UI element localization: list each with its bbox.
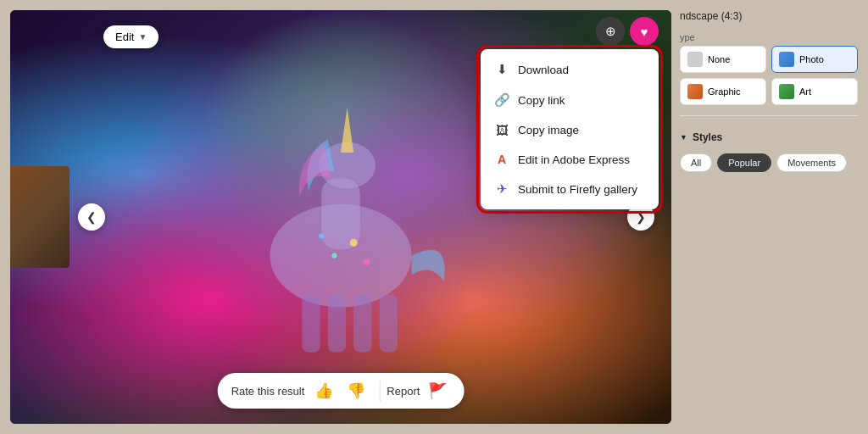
rate-label: Rate this result	[231, 385, 305, 398]
styles-header: ▼ Styles	[680, 131, 858, 143]
nav-arrow-left[interactable]: ❮	[78, 203, 105, 231]
style-tab-movements[interactable]: Movements	[776, 153, 847, 172]
heart-button[interactable]: ♥	[630, 17, 659, 46]
adobe-icon: A	[494, 153, 509, 166]
report-button[interactable]: 🚩	[425, 380, 450, 402]
copy-image-item[interactable]: 🖼 Copy image	[481, 115, 659, 145]
content-type-grid: None Photo Graphic Art	[680, 46, 858, 105]
main-container: Edit ▼ ❮ ❯ Rate this result 👍 👎 Report 🚩	[0, 0, 868, 434]
type-section: ype None Photo Graphic Art	[680, 29, 858, 105]
svg-rect-6	[353, 294, 371, 352]
thumbs-up-icon: 👍	[314, 382, 333, 399]
photo-label: Photo	[799, 54, 824, 64]
left-arrow-icon: ❮	[86, 210, 97, 224]
copy-image-label: Copy image	[518, 124, 579, 136]
styles-title: Styles	[693, 131, 722, 143]
copy-link-item[interactable]: 🔗 Copy link	[481, 85, 659, 115]
svg-point-9	[331, 253, 337, 259]
style-tabs: All Popular Movements	[680, 153, 858, 172]
svg-marker-3	[341, 108, 353, 153]
content-type-photo[interactable]: Photo	[771, 46, 858, 73]
image-section: Edit ▼ ❮ ❯ Rate this result 👍 👎 Report 🚩	[10, 10, 671, 424]
edit-adobe-label: Edit in Adobe Express	[518, 153, 630, 166]
svg-rect-5	[328, 294, 346, 352]
art-dot	[779, 84, 794, 99]
share-icon: ⊕	[605, 24, 616, 39]
svg-rect-7	[380, 294, 398, 352]
download-icon: ⬇	[494, 62, 509, 77]
content-type-none[interactable]: None	[680, 46, 766, 73]
firefly-gallery-item[interactable]: ✈ Submit to Firefly gallery	[481, 174, 659, 204]
edit-button[interactable]: Edit ▼	[103, 25, 159, 48]
dropdown-trigger-row: ⊕ ♥	[481, 17, 659, 46]
none-dot	[687, 52, 703, 67]
type-label: ype	[680, 32, 858, 42]
photo-dot	[779, 52, 794, 67]
flag-icon: 🚩	[428, 382, 447, 399]
download-label: Download	[518, 64, 569, 76]
report-section: Report 🚩	[379, 380, 450, 402]
thumbs-down-button[interactable]: 👎	[343, 380, 369, 402]
style-tab-all[interactable]: All	[680, 153, 712, 172]
image-icon: 🖼	[494, 123, 509, 137]
dropdown-container: ⊕ ♥ ⬇ Download 🔗 Copy link 🖼 Copy image	[481, 17, 659, 209]
bottom-bar: Rate this result 👍 👎 Report 🚩	[218, 373, 465, 409]
content-type-graphic[interactable]: Graphic	[680, 78, 766, 105]
firefly-icon: ✈	[494, 181, 509, 197]
firefly-gallery-label: Submit to Firefly gallery	[518, 183, 637, 196]
svg-point-11	[319, 234, 324, 239]
style-tab-popular[interactable]: Popular	[717, 153, 771, 172]
art-label: Art	[799, 86, 811, 97]
svg-point-10	[364, 259, 370, 265]
thumbs-down-icon: 👎	[347, 382, 365, 399]
graphic-label: Graphic	[708, 86, 741, 97]
aspect-section: ndscape (4:3)	[680, 10, 858, 22]
style-tab-movements-label: Movements	[787, 158, 836, 168]
link-icon: 🔗	[494, 92, 509, 108]
thumbnail-inner	[10, 166, 70, 268]
divider	[680, 115, 858, 116]
copy-link-label: Copy link	[518, 94, 565, 107]
svg-rect-4	[302, 294, 320, 352]
thumbnail-strip	[10, 166, 70, 268]
unicorn-svg	[205, 56, 476, 378]
report-label: Report	[387, 385, 420, 398]
svg-point-8	[350, 239, 358, 247]
dropdown-menu: ⬇ Download 🔗 Copy link 🖼 Copy image A Ed…	[481, 49, 659, 209]
thumbs-up-button[interactable]: 👍	[311, 380, 337, 402]
none-label: None	[708, 54, 730, 64]
download-item[interactable]: ⬇ Download	[481, 54, 659, 85]
graphic-dot	[687, 84, 703, 99]
edit-chevron: ▼	[138, 32, 147, 42]
right-arrow-icon: ❯	[636, 210, 646, 224]
content-type-art[interactable]: Art	[771, 78, 858, 105]
svg-rect-1	[321, 178, 360, 249]
share-button[interactable]: ⊕	[596, 17, 625, 46]
style-tab-all-label: All	[691, 158, 701, 168]
aspect-label: ndscape (4:3)	[680, 10, 858, 22]
heart-icon: ♥	[641, 25, 648, 39]
right-panel: ndscape (4:3) ype None Photo Graphic	[680, 10, 858, 424]
edit-adobe-item[interactable]: A Edit in Adobe Express	[481, 145, 659, 174]
styles-chevron: ▼	[680, 133, 687, 142]
style-tab-popular-label: Popular	[728, 158, 760, 168]
edit-label: Edit	[115, 31, 134, 43]
